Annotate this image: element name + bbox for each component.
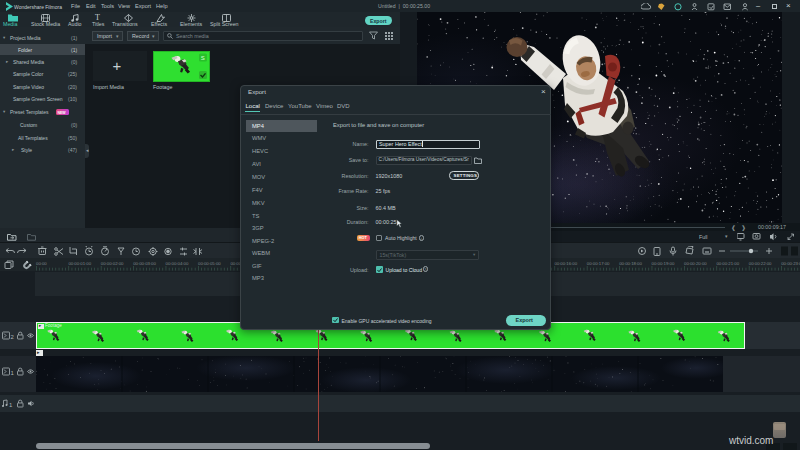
svg-text:00:00:23:00: 00:00:23:00: [781, 261, 800, 266]
svg-text:S: S: [201, 55, 205, 61]
svg-text:00:00:19:00: 00:00:19:00: [652, 261, 675, 266]
svg-text:00:00:04:00: 00:00:04:00: [166, 261, 189, 266]
svg-text:00:00:05:00: 00:00:05:00: [198, 261, 221, 266]
svg-text:00:00:16:00: 00:00:16:00: [554, 261, 577, 266]
svg-text:1: 1: [9, 402, 13, 408]
svg-text:00:00: 00:00: [36, 261, 47, 266]
svg-text:00:00:01:00: 00:00:01:00: [68, 261, 91, 266]
svg-text:1: 1: [11, 370, 15, 376]
svg-text:00:00:18:00: 00:00:18:00: [619, 261, 642, 266]
svg-text:00:00:21:00: 00:00:21:00: [716, 261, 739, 266]
svg-text:00:00:02:00: 00:00:02:00: [101, 261, 124, 266]
svg-text:00:00:20:00: 00:00:20:00: [684, 261, 707, 266]
svg-text:00:00:22:00: 00:00:22:00: [749, 261, 772, 266]
svg-text:00:00:03:00: 00:00:03:00: [133, 261, 156, 266]
svg-text:2: 2: [11, 334, 15, 340]
svg-text:00:00:17:00: 00:00:17:00: [587, 261, 610, 266]
